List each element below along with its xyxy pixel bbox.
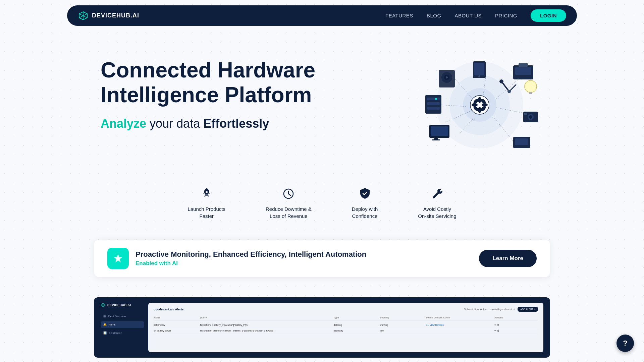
svg-rect-17 [431, 126, 448, 136]
ai-banner: Proactive Monitoring, Enhanced Efficienc… [94, 240, 550, 277]
svg-point-44 [499, 79, 503, 83]
dash-logo-text: DEVICEHUB.AI [107, 303, 131, 307]
dash-table-header: Name Query Type Severity Failed Devices … [154, 315, 538, 320]
dashboard-preview: DEVICEHUB.AI ▦ Fleet Overview 🔔 Alerts 📊… [94, 297, 550, 358]
svg-rect-30 [474, 63, 484, 75]
svg-rect-36 [529, 92, 532, 94]
hero-image [416, 51, 543, 159]
feature-launch-label: Launch ProductsFaster [187, 205, 225, 220]
dash-sidebar-fleet: ▦ Fleet Overview [101, 313, 144, 320]
svg-point-59 [288, 193, 289, 194]
dash-topbar: goodintent.ai / Alerts Subscription: Act… [154, 307, 538, 312]
feature-launch: Launch ProductsFaster [187, 185, 225, 220]
svg-point-9 [478, 107, 481, 113]
nav-links: FEATURES BLOG ABOUT US PRICING LOGIN [385, 9, 566, 22]
nav-features[interactable]: FEATURES [385, 13, 413, 18]
feature-downtime: Reduce Downtime &Loss of Revenue [266, 185, 312, 220]
dash-breadcrumb: goodintent.ai / Alerts [154, 308, 183, 311]
iot-svg [416, 51, 543, 159]
svg-point-39 [529, 115, 532, 119]
hero-text: Connected Hardware Intelligence Platform… [101, 51, 315, 131]
dash-sidebar-alerts[interactable]: 🔔 Alerts [101, 321, 144, 328]
hero-subtitle: Analyze your data Effortlessly [101, 117, 315, 131]
svg-rect-19 [432, 139, 440, 140]
clock-icon [280, 185, 297, 201]
login-button[interactable]: LOGIN [531, 9, 566, 22]
dash-sidebar-distribution: 📊 Distribution [101, 329, 144, 337]
feature-deploy: Deploy withConfidence [352, 185, 378, 220]
feature-downtime-label: Reduce Downtime &Loss of Revenue [266, 205, 312, 220]
nav-about[interactable]: ABOUT US [455, 13, 482, 18]
svg-rect-34 [519, 63, 528, 67]
learn-more-button[interactable]: Learn More [479, 250, 537, 267]
svg-point-55 [206, 191, 208, 193]
feature-avoid: Avoid CostlyOn-site Servicing [418, 185, 456, 220]
hero-title: Connected Hardware Intelligence Platform [101, 58, 315, 107]
logo-text: DEVICEHUB.AI [92, 12, 139, 19]
ai-banner-text: Proactive Monitoring, Enhanced Efficienc… [136, 250, 366, 267]
dash-topbar-right: Subscription: Active aswin@goodintent.ai… [464, 307, 538, 312]
svg-rect-23 [427, 102, 440, 105]
svg-point-61 [116, 257, 120, 260]
wrench-icon [429, 185, 445, 201]
svg-rect-46 [515, 138, 528, 145]
dash-sidebar: DEVICEHUB.AI ▦ Fleet Overview 🔔 Alerts 📊… [101, 303, 144, 352]
rocket-icon [199, 185, 215, 201]
features-row: Launch ProductsFaster Reduce Downtime &L… [0, 172, 644, 240]
dashboard-inner: DEVICEHUB.AI ▦ Fleet Overview 🔔 Alerts 📊… [94, 297, 550, 358]
svg-rect-33 [515, 67, 531, 75]
table-row: battery low fiql:battery < battery_t["pa… [154, 322, 538, 328]
logo-area: DEVICEHUB.AI [78, 10, 139, 21]
ai-banner-left: Proactive Monitoring, Enhanced Efficienc… [107, 248, 366, 269]
svg-point-11 [482, 103, 488, 107]
svg-point-8 [478, 97, 481, 103]
table-row: on battery power fiql:charger_present < … [154, 328, 538, 334]
ai-icon-box [107, 248, 129, 269]
svg-point-28 [446, 76, 448, 78]
ai-sparkle-icon [112, 252, 124, 264]
svg-rect-24 [427, 107, 440, 110]
shield-icon [357, 185, 373, 201]
nav-blog[interactable]: BLOG [427, 13, 441, 18]
navbar: DEVICEHUB.AI FEATURES BLOG ABOUT US PRIC… [67, 5, 577, 26]
feature-avoid-label: Avoid CostlyOn-site Servicing [418, 205, 456, 220]
svg-point-22 [435, 98, 437, 100]
svg-point-31 [478, 75, 480, 77]
feature-deploy-label: Deploy withConfidence [352, 205, 378, 220]
add-alert-button[interactable]: ADD ALERT + [518, 307, 538, 312]
svg-point-35 [525, 80, 537, 93]
dash-main: goodintent.ai / Alerts Subscription: Act… [148, 303, 543, 352]
logo-icon [78, 10, 89, 21]
nav-pricing[interactable]: PRICING [495, 13, 517, 18]
help-button[interactable]: ? [616, 335, 634, 352]
svg-point-10 [472, 103, 478, 107]
dash-logo-icon [101, 303, 105, 307]
hero-section: Connected Hardware Intelligence Platform… [0, 31, 644, 172]
svg-rect-21 [427, 98, 440, 100]
svg-point-43 [507, 90, 511, 93]
dash-sidebar-logo: DEVICEHUB.AI [101, 303, 144, 307]
